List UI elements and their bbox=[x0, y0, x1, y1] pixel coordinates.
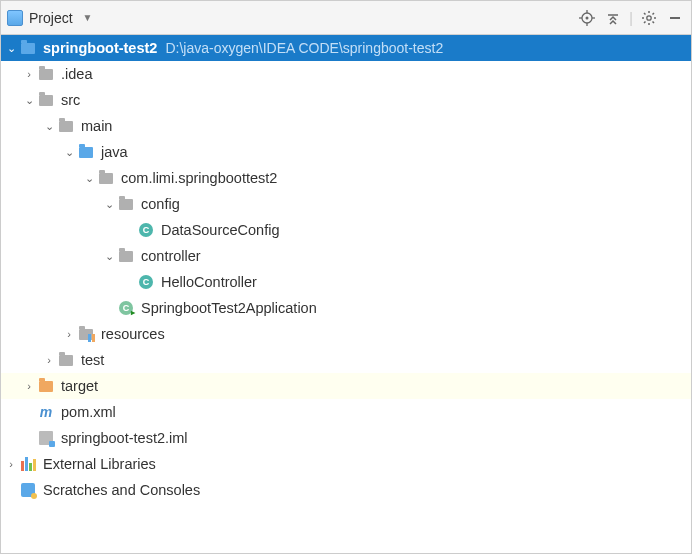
root-project-node[interactable]: ⌄ springboot-test2 D:\java-oxygen\IDEA C… bbox=[1, 35, 691, 61]
expand-arrow-icon[interactable]: › bbox=[61, 328, 77, 340]
node-label: test bbox=[81, 352, 104, 368]
node-label: SpringbootTest2Application bbox=[141, 300, 317, 316]
locate-icon[interactable] bbox=[577, 8, 597, 28]
runnable-class-icon: C bbox=[117, 300, 135, 316]
pom-file-node[interactable]: › m pom.xml bbox=[1, 399, 691, 425]
expand-arrow-icon[interactable]: ⌄ bbox=[3, 42, 19, 55]
node-label: controller bbox=[141, 248, 201, 264]
java-folder-node[interactable]: ⌄ java bbox=[1, 139, 691, 165]
expand-arrow-icon[interactable]: › bbox=[21, 68, 37, 80]
dropdown-arrow-icon[interactable]: ▼ bbox=[83, 12, 93, 23]
package-icon bbox=[117, 196, 135, 212]
svg-point-7 bbox=[647, 15, 651, 19]
node-label: External Libraries bbox=[43, 456, 156, 472]
config-package-node[interactable]: ⌄ config bbox=[1, 191, 691, 217]
folder-icon bbox=[57, 118, 75, 134]
folder-icon bbox=[37, 66, 55, 82]
folder-icon bbox=[57, 352, 75, 368]
external-libraries-node[interactable]: › External Libraries bbox=[1, 451, 691, 477]
node-label: pom.xml bbox=[61, 404, 116, 420]
application-class-node[interactable]: › C SpringbootTest2Application bbox=[1, 295, 691, 321]
node-label: Scratches and Consoles bbox=[43, 482, 200, 498]
project-toolbar: Project ▼ | bbox=[1, 1, 691, 35]
view-title[interactable]: Project bbox=[29, 10, 73, 26]
expand-arrow-icon[interactable]: › bbox=[3, 458, 19, 470]
class-icon: C bbox=[137, 222, 155, 238]
toolbar-left: Project ▼ bbox=[7, 10, 573, 26]
maven-icon: m bbox=[37, 404, 55, 420]
project-tree: ⌄ springboot-test2 D:\java-oxygen\IDEA C… bbox=[1, 35, 691, 503]
node-label: .idea bbox=[61, 66, 92, 82]
expand-arrow-icon[interactable]: ⌄ bbox=[81, 172, 97, 185]
main-folder-node[interactable]: ⌄ main bbox=[1, 113, 691, 139]
hide-icon[interactable] bbox=[665, 8, 685, 28]
target-folder-node[interactable]: › target bbox=[1, 373, 691, 399]
datasourceconfig-class-node[interactable]: › C DataSourceConfig bbox=[1, 217, 691, 243]
hellocontroller-class-node[interactable]: › C HelloController bbox=[1, 269, 691, 295]
package-icon bbox=[117, 248, 135, 264]
excluded-folder-icon bbox=[37, 378, 55, 394]
svg-point-1 bbox=[586, 16, 589, 19]
libraries-icon bbox=[19, 456, 37, 472]
expand-arrow-icon[interactable]: › bbox=[21, 380, 37, 392]
folder-icon bbox=[37, 92, 55, 108]
src-folder-node[interactable]: ⌄ src bbox=[1, 87, 691, 113]
test-folder-node[interactable]: › test bbox=[1, 347, 691, 373]
module-file-icon bbox=[37, 430, 55, 446]
node-label: src bbox=[61, 92, 80, 108]
settings-icon[interactable] bbox=[639, 8, 659, 28]
node-label: config bbox=[141, 196, 180, 212]
controller-package-node[interactable]: ⌄ controller bbox=[1, 243, 691, 269]
node-label: resources bbox=[101, 326, 165, 342]
package-icon bbox=[97, 170, 115, 186]
node-label: target bbox=[61, 378, 98, 394]
package-node[interactable]: ⌄ com.limi.springboottest2 bbox=[1, 165, 691, 191]
resources-folder-node[interactable]: › resources bbox=[1, 321, 691, 347]
module-folder-icon bbox=[19, 40, 37, 56]
separator: | bbox=[629, 10, 633, 26]
expand-arrow-icon[interactable]: ⌄ bbox=[101, 198, 117, 211]
scratches-icon bbox=[19, 482, 37, 498]
expand-arrow-icon[interactable]: ⌄ bbox=[21, 94, 37, 107]
node-label: com.limi.springboottest2 bbox=[121, 170, 277, 186]
project-name-label: springboot-test2 bbox=[43, 40, 157, 56]
node-label: main bbox=[81, 118, 112, 134]
node-label: java bbox=[101, 144, 128, 160]
project-path-label: D:\java-oxygen\IDEA CODE\springboot-test… bbox=[165, 40, 443, 56]
expand-arrow-icon[interactable]: ⌄ bbox=[61, 146, 77, 159]
scratches-node[interactable]: › Scratches and Consoles bbox=[1, 477, 691, 503]
idea-folder-node[interactable]: › .idea bbox=[1, 61, 691, 87]
node-label: DataSourceConfig bbox=[161, 222, 280, 238]
expand-arrow-icon[interactable]: ⌄ bbox=[101, 250, 117, 263]
expand-arrow-icon[interactable]: › bbox=[41, 354, 57, 366]
resources-folder-icon bbox=[77, 326, 95, 342]
node-label: HelloController bbox=[161, 274, 257, 290]
iml-file-node[interactable]: › springboot-test2.iml bbox=[1, 425, 691, 451]
project-view-icon bbox=[7, 10, 23, 26]
class-icon: C bbox=[137, 274, 155, 290]
source-folder-icon bbox=[77, 144, 95, 160]
collapse-all-icon[interactable] bbox=[603, 8, 623, 28]
node-label: springboot-test2.iml bbox=[61, 430, 188, 446]
expand-arrow-icon[interactable]: ⌄ bbox=[41, 120, 57, 133]
toolbar-right: | bbox=[577, 8, 685, 28]
